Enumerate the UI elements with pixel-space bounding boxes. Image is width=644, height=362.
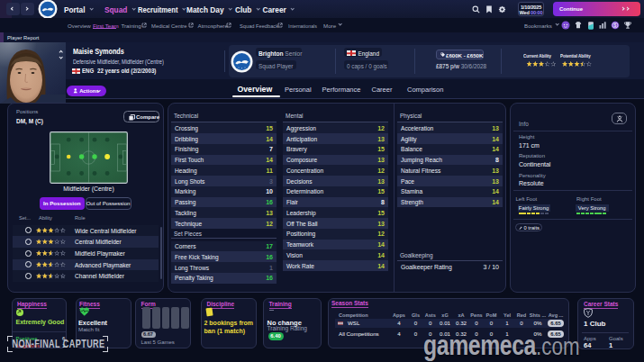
svg-text:$: $ bbox=[614, 22, 617, 27]
